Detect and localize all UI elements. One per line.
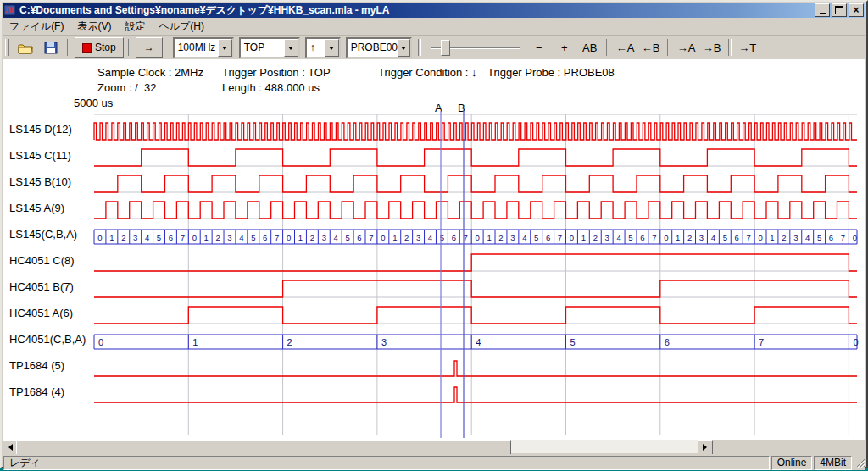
toolbar-separator: [606, 39, 609, 56]
scroll-left-icon: [5, 444, 13, 451]
cursor-ab-button[interactable]: AB: [578, 38, 602, 57]
save-floppy-icon: [44, 42, 58, 54]
toolbar-grip[interactable]: [5, 39, 9, 56]
svg-text:3: 3: [381, 337, 387, 347]
svg-text:0: 0: [664, 233, 668, 242]
goto-cursor-b-left-button[interactable]: ←B: [639, 38, 663, 57]
svg-text:3: 3: [416, 233, 420, 242]
svg-text:6: 6: [357, 233, 361, 242]
window-title: C:¥Documents and Settings¥noname¥デスクトップ¥…: [19, 3, 813, 18]
svg-text:4: 4: [476, 337, 481, 347]
dropdown-arrow-icon[interactable]: [284, 39, 298, 57]
svg-text:2: 2: [404, 233, 409, 242]
horizontal-scrollbar[interactable]: [3, 440, 713, 453]
svg-text:7: 7: [841, 233, 845, 242]
status-memory: 4MBit: [814, 456, 852, 470]
svg-text:5: 5: [570, 337, 576, 347]
dropdown-arrow-icon[interactable]: [398, 39, 410, 57]
menu-view[interactable]: 表示(V): [70, 18, 118, 36]
close-button[interactable]: ×: [849, 3, 864, 17]
menu-settings[interactable]: 設定: [118, 18, 152, 36]
svg-text:3: 3: [699, 233, 704, 242]
dropdown-arrow-icon[interactable]: [325, 39, 339, 57]
sample-clock-select[interactable]: 100MHz: [173, 37, 234, 58]
svg-text:0: 0: [476, 233, 480, 242]
svg-text:7: 7: [275, 233, 279, 242]
svg-text:5: 5: [534, 233, 538, 242]
svg-text:3: 3: [510, 233, 515, 242]
resize-grip[interactable]: [854, 456, 865, 469]
svg-text:3: 3: [322, 233, 326, 242]
trigger-position-select[interactable]: TOP: [239, 37, 300, 58]
zoom-in-button[interactable]: +: [553, 38, 576, 57]
zoom-slider-thumb[interactable]: [441, 40, 450, 56]
open-folder-icon: [18, 42, 33, 54]
open-file-button[interactable]: [14, 38, 37, 57]
svg-text:6: 6: [640, 233, 644, 242]
svg-text:3: 3: [605, 233, 609, 242]
minimize-button[interactable]: [815, 3, 830, 17]
scroll-right-button[interactable]: [698, 440, 713, 455]
trigger-probe-select[interactable]: PROBE00: [346, 37, 412, 58]
svg-text:1: 1: [109, 233, 114, 242]
svg-text:5: 5: [345, 233, 349, 242]
toolbar: Stop → 100MHz TOP ↑ PROBE00 − + AB ←A: [3, 36, 865, 60]
svg-text:7: 7: [759, 337, 764, 347]
svg-text:0: 0: [758, 233, 762, 242]
svg-text:7: 7: [746, 233, 750, 242]
zoom-out-button[interactable]: −: [527, 38, 551, 57]
svg-text:4: 4: [805, 233, 810, 242]
svg-text:5: 5: [628, 233, 632, 242]
titlebar[interactable]: C:¥Documents and Settings¥noname¥デスクトップ¥…: [3, 3, 865, 18]
minimize-icon: [820, 13, 826, 14]
scroll-right-icon: [703, 444, 710, 451]
maximize-button[interactable]: [832, 3, 847, 17]
svg-text:2: 2: [498, 233, 503, 242]
svg-text:6: 6: [665, 337, 670, 347]
zoom-slider[interactable]: [430, 38, 521, 57]
app-window: C:¥Documents and Settings¥noname¥デスクトップ¥…: [0, 0, 868, 468]
svg-text:3: 3: [793, 233, 798, 242]
stop-button[interactable]: Stop: [75, 37, 124, 58]
svg-text:3: 3: [133, 233, 137, 242]
svg-text:0: 0: [287, 233, 291, 242]
svg-text:7: 7: [558, 233, 562, 242]
goto-cursor-a-right-button[interactable]: →A: [675, 38, 698, 57]
svg-text:2: 2: [782, 233, 786, 242]
toolbar-separator: [128, 39, 131, 56]
svg-text:5: 5: [251, 233, 255, 242]
menu-help[interactable]: ヘルプ(H): [152, 18, 211, 36]
dropdown-arrow-icon[interactable]: [218, 39, 232, 57]
svg-text:4: 4: [334, 233, 338, 242]
svg-text:1: 1: [487, 233, 491, 242]
svg-text:3: 3: [227, 233, 231, 242]
svg-text:4: 4: [616, 233, 620, 242]
trigger-edge-select[interactable]: ↑: [305, 37, 341, 58]
svg-text:0: 0: [98, 337, 103, 347]
scrollbar-thumb[interactable]: [16, 440, 511, 455]
svg-text:6: 6: [829, 233, 833, 242]
svg-text:2: 2: [310, 233, 314, 242]
svg-text:5: 5: [723, 233, 727, 242]
goto-cursor-a-left-button[interactable]: ←A: [614, 38, 637, 57]
svg-text:4: 4: [239, 233, 243, 242]
svg-text:4: 4: [711, 233, 715, 242]
svg-text:2: 2: [593, 233, 598, 242]
svg-text:7: 7: [652, 233, 656, 242]
svg-text:6: 6: [169, 233, 173, 242]
svg-text:7: 7: [369, 233, 373, 242]
app-icon: [4, 4, 16, 16]
waveform-area: Sample Clock : 2MHz Trigger Position : T…: [3, 59, 865, 440]
statusbar: レディ Online 4MBit: [3, 454, 865, 470]
goto-trigger-button[interactable]: →T: [736, 38, 760, 57]
svg-text:1: 1: [192, 337, 198, 347]
toolbar-separator: [667, 39, 670, 56]
svg-text:1: 1: [581, 233, 586, 242]
svg-text:6: 6: [546, 233, 550, 242]
goto-cursor-b-right-button[interactable]: →B: [700, 38, 724, 57]
run-button[interactable]: →: [136, 37, 163, 58]
svg-text:4: 4: [522, 233, 526, 242]
menu-file[interactable]: ファイル(F): [3, 18, 70, 36]
svg-text:2: 2: [215, 233, 220, 242]
save-button[interactable]: [39, 38, 63, 57]
